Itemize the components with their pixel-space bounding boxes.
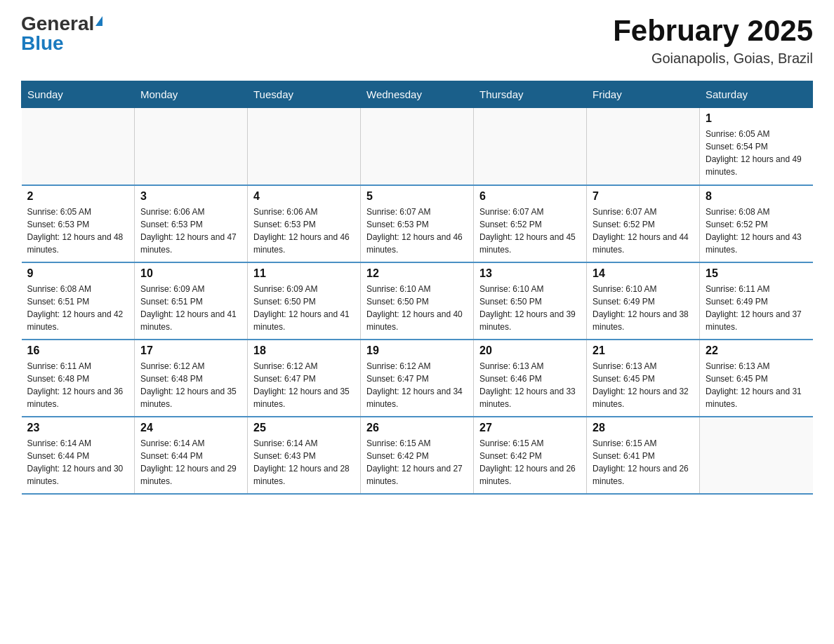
calendar-cell: 17Sunrise: 6:12 AMSunset: 6:48 PMDayligh… [135,340,248,417]
weekday-header-row: SundayMondayTuesdayWednesdayThursdayFrid… [22,81,813,108]
weekday-header-friday: Friday [587,81,700,108]
day-number: 22 [706,344,807,357]
day-info: Sunrise: 6:14 AMSunset: 6:44 PMDaylight:… [27,437,129,488]
day-info: Sunrise: 6:11 AMSunset: 6:49 PMDaylight:… [706,283,807,333]
day-number: 27 [479,422,581,434]
day-number: 13 [479,267,581,280]
day-info: Sunrise: 6:15 AMSunset: 6:41 PMDaylight:… [593,437,694,488]
day-info: Sunrise: 6:05 AMSunset: 6:54 PMDaylight:… [706,128,807,178]
weekday-header-wednesday: Wednesday [361,81,474,108]
weekday-header-sunday: Sunday [22,81,135,108]
day-number: 9 [27,267,129,280]
calendar-cell [587,108,700,185]
day-info: Sunrise: 6:07 AMSunset: 6:52 PMDaylight:… [479,206,581,256]
day-info: Sunrise: 6:13 AMSunset: 6:45 PMDaylight:… [706,360,807,410]
calendar-cell: 25Sunrise: 6:14 AMSunset: 6:43 PMDayligh… [248,417,361,494]
day-number: 1 [706,112,807,125]
day-number: 19 [366,344,468,357]
day-info: Sunrise: 6:12 AMSunset: 6:48 PMDaylight:… [140,360,241,410]
day-number: 6 [479,190,581,203]
day-number: 21 [593,344,694,357]
calendar-title: February 2025 [613,14,813,48]
day-number: 7 [593,190,694,203]
day-info: Sunrise: 6:06 AMSunset: 6:53 PMDaylight:… [253,206,355,256]
calendar-cell: 26Sunrise: 6:15 AMSunset: 6:42 PMDayligh… [361,417,474,494]
day-number: 8 [706,190,807,203]
day-number: 14 [593,267,694,280]
logo-blue: Blue [21,34,64,53]
calendar-cell: 12Sunrise: 6:10 AMSunset: 6:50 PMDayligh… [361,262,474,340]
weekday-header-thursday: Thursday [474,81,587,108]
day-info: Sunrise: 6:13 AMSunset: 6:46 PMDaylight:… [479,360,581,410]
calendar-cell: 20Sunrise: 6:13 AMSunset: 6:46 PMDayligh… [474,340,587,417]
day-info: Sunrise: 6:05 AMSunset: 6:53 PMDaylight:… [27,206,129,256]
day-number: 25 [253,422,355,434]
day-number: 26 [366,422,468,434]
calendar-cell [474,108,587,185]
day-info: Sunrise: 6:09 AMSunset: 6:51 PMDaylight:… [140,283,241,333]
calendar-cell: 7Sunrise: 6:07 AMSunset: 6:52 PMDaylight… [587,185,700,262]
day-number: 11 [253,267,355,280]
calendar-week-row: 16Sunrise: 6:11 AMSunset: 6:48 PMDayligh… [22,340,813,417]
calendar-cell: 22Sunrise: 6:13 AMSunset: 6:45 PMDayligh… [700,340,813,417]
calendar-cell: 10Sunrise: 6:09 AMSunset: 6:51 PMDayligh… [135,262,248,340]
calendar-cell: 16Sunrise: 6:11 AMSunset: 6:48 PMDayligh… [22,340,135,417]
day-info: Sunrise: 6:14 AMSunset: 6:44 PMDaylight:… [140,437,241,488]
calendar-cell: 2Sunrise: 6:05 AMSunset: 6:53 PMDaylight… [22,185,135,262]
day-number: 17 [140,344,241,357]
calendar-cell: 28Sunrise: 6:15 AMSunset: 6:41 PMDayligh… [587,417,700,494]
title-block: February 2025 Goianapolis, Goias, Brazil [613,14,813,67]
weekday-header-saturday: Saturday [700,81,813,108]
day-number: 5 [366,190,468,203]
day-number: 15 [706,267,807,280]
day-number: 28 [593,422,694,434]
calendar-cell: 4Sunrise: 6:06 AMSunset: 6:53 PMDaylight… [248,185,361,262]
logo-triangle-icon [95,16,102,26]
day-info: Sunrise: 6:10 AMSunset: 6:50 PMDaylight:… [479,283,581,333]
day-number: 3 [140,190,241,203]
calendar-cell: 21Sunrise: 6:13 AMSunset: 6:45 PMDayligh… [587,340,700,417]
calendar-cell: 1Sunrise: 6:05 AMSunset: 6:54 PMDaylight… [700,108,813,185]
day-info: Sunrise: 6:14 AMSunset: 6:43 PMDaylight:… [253,437,355,488]
day-info: Sunrise: 6:08 AMSunset: 6:51 PMDaylight:… [27,283,129,333]
day-number: 24 [140,422,241,434]
calendar-cell: 18Sunrise: 6:12 AMSunset: 6:47 PMDayligh… [248,340,361,417]
weekday-header-tuesday: Tuesday [248,81,361,108]
calendar-cell: 27Sunrise: 6:15 AMSunset: 6:42 PMDayligh… [474,417,587,494]
day-info: Sunrise: 6:08 AMSunset: 6:52 PMDaylight:… [706,206,807,256]
calendar-week-row: 2Sunrise: 6:05 AMSunset: 6:53 PMDaylight… [22,185,813,262]
calendar-cell: 11Sunrise: 6:09 AMSunset: 6:50 PMDayligh… [248,262,361,340]
page-header: General Blue February 2025 Goianapolis, … [21,14,813,67]
calendar-cell: 9Sunrise: 6:08 AMSunset: 6:51 PMDaylight… [22,262,135,340]
calendar-cell: 24Sunrise: 6:14 AMSunset: 6:44 PMDayligh… [135,417,248,494]
weekday-header-monday: Monday [135,81,248,108]
calendar-cell: 15Sunrise: 6:11 AMSunset: 6:49 PMDayligh… [700,262,813,340]
day-info: Sunrise: 6:09 AMSunset: 6:50 PMDaylight:… [253,283,355,333]
day-number: 20 [479,344,581,357]
calendar-week-row: 23Sunrise: 6:14 AMSunset: 6:44 PMDayligh… [22,417,813,494]
day-number: 23 [27,422,129,434]
calendar-cell: 19Sunrise: 6:12 AMSunset: 6:47 PMDayligh… [361,340,474,417]
day-info: Sunrise: 6:06 AMSunset: 6:53 PMDaylight:… [140,206,241,256]
day-number: 2 [27,190,129,203]
calendar-body: 1Sunrise: 6:05 AMSunset: 6:54 PMDaylight… [22,108,813,494]
calendar-week-row: 9Sunrise: 6:08 AMSunset: 6:51 PMDaylight… [22,262,813,340]
calendar-week-row: 1Sunrise: 6:05 AMSunset: 6:54 PMDaylight… [22,108,813,185]
calendar-cell [135,108,248,185]
calendar-cell: 13Sunrise: 6:10 AMSunset: 6:50 PMDayligh… [474,262,587,340]
day-info: Sunrise: 6:13 AMSunset: 6:45 PMDaylight:… [593,360,694,410]
day-info: Sunrise: 6:10 AMSunset: 6:50 PMDaylight:… [366,283,468,333]
logo: General Blue [21,14,102,53]
calendar-table: SundayMondayTuesdayWednesdayThursdayFrid… [21,81,813,495]
day-info: Sunrise: 6:10 AMSunset: 6:49 PMDaylight:… [593,283,694,333]
calendar-cell: 3Sunrise: 6:06 AMSunset: 6:53 PMDaylight… [135,185,248,262]
day-info: Sunrise: 6:07 AMSunset: 6:52 PMDaylight:… [593,206,694,256]
calendar-cell: 8Sunrise: 6:08 AMSunset: 6:52 PMDaylight… [700,185,813,262]
calendar-cell [361,108,474,185]
day-info: Sunrise: 6:12 AMSunset: 6:47 PMDaylight:… [366,360,468,410]
day-info: Sunrise: 6:11 AMSunset: 6:48 PMDaylight:… [27,360,129,410]
day-number: 12 [366,267,468,280]
calendar-cell: 6Sunrise: 6:07 AMSunset: 6:52 PMDaylight… [474,185,587,262]
day-info: Sunrise: 6:12 AMSunset: 6:47 PMDaylight:… [253,360,355,410]
calendar-cell [700,417,813,494]
